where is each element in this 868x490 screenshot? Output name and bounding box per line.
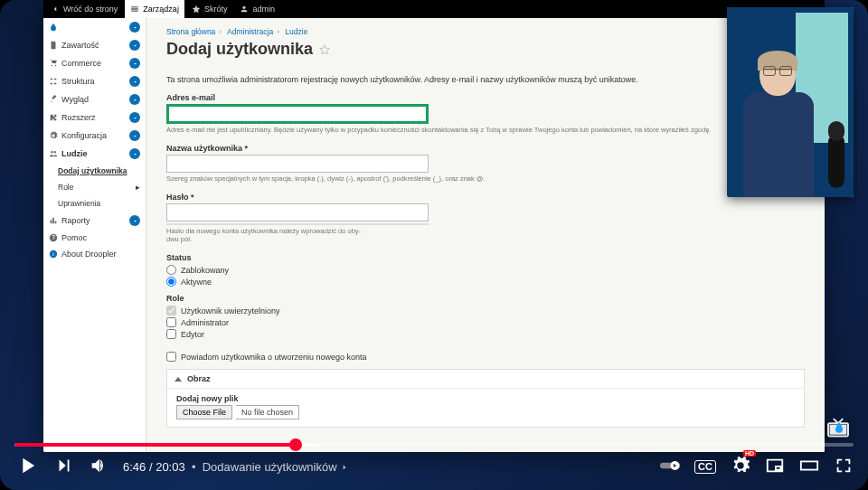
password-hint: Hasło dla nowego konta użytkownika należ…	[166, 227, 805, 245]
toolbar-user[interactable]: admin	[240, 5, 275, 14]
password-field[interactable]	[166, 203, 429, 221]
droplet-icon	[833, 421, 845, 434]
image-section-toggle[interactable]: Obraz	[167, 370, 804, 388]
notify-check[interactable]	[166, 352, 176, 362]
sidebar-item-help[interactable]: Pomoc	[43, 230, 146, 246]
username-label: Nazwa użytkownika	[166, 144, 805, 153]
drop-icon	[49, 23, 58, 32]
scrubber-handle[interactable]	[289, 438, 302, 451]
chevron-down-icon	[129, 76, 140, 87]
miniplayer-button[interactable]	[765, 456, 785, 478]
toolbar-back[interactable]: Wróć do strony	[51, 5, 118, 14]
video-progress[interactable]	[14, 443, 854, 447]
brush-icon	[49, 95, 58, 104]
toolbar-user-label: admin	[252, 5, 275, 14]
played-bar	[14, 443, 296, 447]
people-icon	[49, 149, 58, 158]
role-auth-row: Użytkownik uwierzytelniony	[166, 306, 805, 316]
chevron-down-icon	[129, 58, 140, 69]
hd-badge: HD	[743, 450, 756, 457]
arrow-left-icon	[51, 5, 60, 14]
username-hint: Szereg znaków specjalnych w tym spacja, …	[166, 174, 805, 184]
status-blocked-radio[interactable]	[166, 265, 176, 275]
sidebar-item-commerce[interactable]: Commerce	[43, 54, 146, 72]
sidebar-sub-add-user[interactable]: Dodaj użytkownika	[43, 163, 146, 179]
sidebar-item-config[interactable]: Konfiguracja	[43, 127, 146, 145]
chevron-down-icon	[129, 94, 140, 105]
password-strength-bar	[166, 223, 429, 225]
email-hint: Adres e-mail nie jest upubliczniany. Będ…	[166, 126, 805, 135]
chevron-down-icon	[129, 22, 140, 33]
admin-toolbar: Wróć do strony Zarządzaj Skróty admin	[43, 0, 825, 18]
username-field[interactable]	[166, 155, 429, 173]
sidebar-item-appearance[interactable]: Wygląd	[43, 90, 146, 108]
role-editor-check[interactable]	[166, 329, 176, 339]
add-file-label: Dodaj nowy plik	[176, 394, 795, 403]
status-active-row[interactable]: Aktywne	[166, 277, 805, 287]
status-blocked-row[interactable]: Zablokowany	[166, 265, 805, 275]
sidebar-item-people[interactable]: Ludzie	[43, 145, 146, 163]
admin-window: Wróć do strony Zarządzaj Skróty admin	[43, 0, 825, 452]
play-button[interactable]	[14, 453, 40, 481]
breadcrumb: Strona główna› Administracja› Ludzie	[166, 27, 805, 36]
sidebar-item-reports[interactable]: Raporty	[43, 212, 146, 230]
gear-icon	[731, 456, 750, 476]
email-label: Adres e-mail	[166, 93, 805, 102]
role-admin-row[interactable]: Administrator	[166, 317, 805, 327]
notify-row[interactable]: Powiadom użytkownika o utworzeniu nowego…	[166, 352, 805, 362]
email-field[interactable]	[166, 104, 429, 124]
sidebar-item-structure[interactable]: Struktura	[43, 72, 146, 90]
sidebar-sub-roles[interactable]: Role▸	[43, 179, 146, 195]
role-auth-check	[166, 306, 176, 316]
sidebar-item-extend[interactable]: Rozszerz	[43, 108, 146, 127]
role-admin-check[interactable]	[166, 317, 176, 327]
next-button[interactable]	[54, 456, 74, 478]
caret-icon: ▸	[136, 183, 140, 192]
theater-button[interactable]	[799, 456, 819, 478]
toolbar-manage[interactable]: Zarządzaj	[125, 0, 184, 18]
crumb-admin[interactable]: Administracja	[227, 27, 273, 36]
cart-icon	[49, 59, 58, 68]
settings-button[interactable]: HD	[731, 456, 750, 478]
intro-text: Ta strona umożliwia administratorom reje…	[166, 75, 805, 84]
toolbar-shortcuts[interactable]: Skróty	[192, 5, 228, 14]
presenter-webcam	[727, 7, 854, 197]
sidebar-sub-perms[interactable]: Uprawnienia	[43, 195, 146, 212]
choose-file-button[interactable]: Choose File	[176, 405, 232, 419]
image-section: Obraz Dodaj nowy plik Choose File No fil…	[166, 369, 805, 428]
star-icon	[192, 5, 201, 14]
gear-icon	[49, 131, 58, 140]
toolbar-shortcuts-label: Skróty	[204, 5, 228, 14]
captions-button[interactable]: CC	[694, 460, 716, 474]
main-content: Strona główna› Administracja› Ludzie Dod…	[146, 18, 825, 452]
chevron-down-icon	[129, 112, 140, 123]
sidebar-home[interactable]	[43, 18, 146, 36]
help-icon	[49, 233, 58, 242]
chevron-right-icon	[340, 463, 349, 472]
chart-icon	[49, 216, 58, 225]
player-controls: 6:46 / 20:03 • Dodawanie użytkowników CC…	[14, 450, 854, 483]
no-file-chosen: No file chosen	[236, 405, 299, 419]
admin-sidebar: Zawartość Commerce Struktura Wygląd Rozs…	[43, 18, 146, 452]
sidebar-item-content[interactable]: Zawartość	[43, 36, 146, 54]
star-outline-icon[interactable]	[318, 43, 331, 56]
volume-button[interactable]	[89, 456, 108, 478]
crumb-people[interactable]: Ludzie	[285, 27, 307, 36]
puzzle-icon	[49, 113, 58, 122]
time-display: 6:46 / 20:03 • Dodawanie użytkowników	[123, 460, 349, 474]
chevron-down-icon	[129, 130, 140, 141]
fullscreen-button[interactable]	[834, 456, 854, 478]
roles-heading: Role	[166, 294, 805, 303]
chevron-down-icon	[129, 40, 140, 51]
sidebar-item-about[interactable]: About Droopler	[43, 246, 146, 262]
crumb-home[interactable]: Strona główna	[166, 27, 215, 36]
chevron-down-icon	[129, 148, 140, 159]
status-heading: Status	[166, 253, 805, 262]
status-active-radio[interactable]	[166, 277, 176, 287]
password-label: Hasło	[166, 193, 805, 202]
role-editor-row[interactable]: Edytor	[166, 329, 805, 339]
page-title: Dodaj użytkownika	[166, 40, 805, 59]
toolbar-manage-label: Zarządzaj	[143, 5, 179, 14]
user-icon	[240, 5, 249, 14]
autoplay-toggle[interactable]	[660, 456, 680, 478]
